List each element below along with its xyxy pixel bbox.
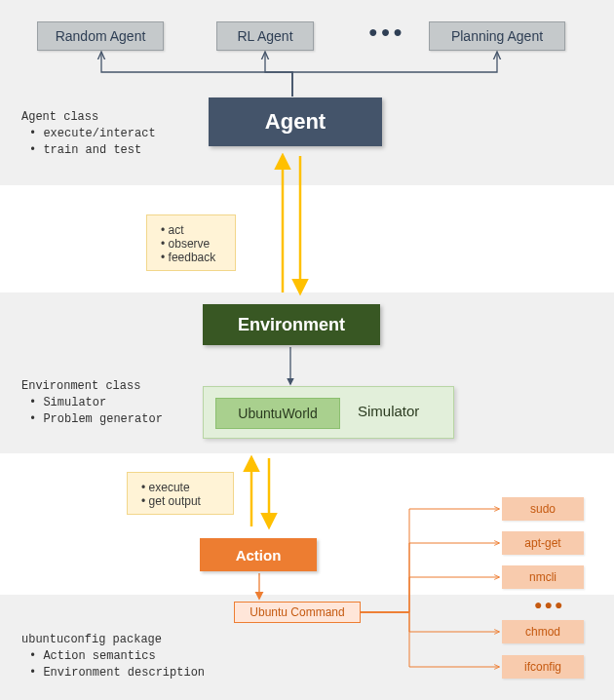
- sub-agent-planning: Planning Agent: [429, 21, 565, 51]
- sub-agent-random: Random Agent: [37, 21, 164, 51]
- note-env-action: execute get output: [127, 472, 234, 515]
- ubuntuworld-box: UbuntuWorld: [215, 398, 340, 429]
- agent-class-title: Agent class: [21, 109, 156, 126]
- note-item: get output: [141, 494, 223, 508]
- env-class-item: Simulator: [29, 395, 163, 411]
- env-class-item: Problem generator: [29, 411, 163, 428]
- env-class-title: Environment class: [21, 378, 163, 395]
- note-item: act: [161, 223, 225, 237]
- command-nmcli: nmcli: [502, 565, 584, 589]
- agent-class-item: execute/interact: [29, 126, 156, 142]
- command-sudo: sudo: [502, 497, 584, 521]
- ubuntuconfig-item: Action semantics: [29, 648, 205, 665]
- environment-class-desc: Environment class Simulator Problem gene…: [21, 378, 163, 427]
- simulator-wrap: UbuntuWorld Simulator: [203, 386, 454, 439]
- environment-box: Environment: [203, 304, 380, 345]
- command-ellipsis: ●●●: [534, 597, 564, 612]
- note-item: observe: [161, 237, 225, 251]
- note-item: feedback: [161, 251, 225, 264]
- note-agent-env: act observe feedback: [146, 214, 236, 271]
- agent-class-item: train and test: [29, 142, 156, 159]
- agent-class-desc: Agent class execute/interact train and t…: [21, 109, 156, 158]
- sub-agent-rl: RL Agent: [216, 21, 314, 51]
- sub-agent-ellipsis: ●●●: [368, 23, 405, 41]
- note-item: execute: [141, 481, 223, 494]
- ubuntuconfig-title: ubuntuconfig package: [21, 632, 205, 648]
- command-ifconfig: ifconfig: [502, 655, 584, 679]
- simulator-label: Simulator: [358, 403, 419, 419]
- ubuntuconfig-item: Environment description: [29, 665, 205, 681]
- ubuntu-command-box: Ubuntu Command: [234, 602, 361, 623]
- action-box: Action: [200, 538, 317, 571]
- command-chmod: chmod: [502, 620, 584, 643]
- command-apt-get: apt-get: [502, 531, 584, 555]
- agent-box: Agent: [209, 97, 382, 146]
- ubuntuconfig-desc: ubuntuconfig package Action semantics En…: [21, 632, 205, 681]
